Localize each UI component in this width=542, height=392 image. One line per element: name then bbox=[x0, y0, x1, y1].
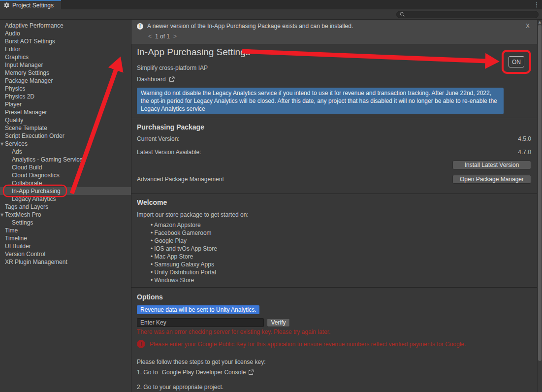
sidebar-item[interactable]: ▼ Quality bbox=[0, 116, 131, 124]
sidebar-item-label: Graphics bbox=[5, 54, 29, 61]
sidebar-item[interactable]: ▼ Legacy Analytics bbox=[0, 195, 131, 203]
vertical-scrollbar[interactable]: ▲ bbox=[537, 20, 542, 392]
latest-version-row: Latest Version Available: 4.7.0 bbox=[137, 149, 531, 156]
tab-title: Project Settings bbox=[12, 2, 54, 9]
legacy-analytics-warning: Warning do not disable the Legacy Analyt… bbox=[137, 88, 504, 114]
iap-settings-header-section: In-App Purchasing Settings Simplify cros… bbox=[131, 44, 537, 118]
sidebar-item[interactable]: ▼ UI Builder bbox=[0, 242, 131, 250]
error-circle-icon: ! bbox=[137, 340, 145, 348]
sidebar-item[interactable]: ▼ Graphics bbox=[0, 53, 131, 61]
open-package-manager-button[interactable]: Open Package Manager bbox=[452, 175, 531, 184]
sidebar-item[interactable]: ▼ Adaptive Performance bbox=[0, 22, 131, 30]
sidebar-item-label: Cloud Build bbox=[12, 164, 42, 171]
sidebar-item[interactable]: ▼ TextMesh Pro bbox=[0, 211, 131, 219]
search-input[interactable] bbox=[407, 11, 535, 17]
sidebar-item[interactable]: ▼ Preset Manager bbox=[0, 108, 131, 116]
sidebar-item-label: Ads bbox=[12, 148, 22, 155]
settings-toolbar bbox=[0, 9, 542, 20]
sidebar-item[interactable]: ▼ Scene Template bbox=[0, 124, 131, 132]
sidebar-item-label: Version Control bbox=[5, 251, 45, 258]
banner-pager: < 1 of 1 > bbox=[148, 33, 532, 40]
sidebar-item[interactable]: ▼ Tags and Layers bbox=[0, 203, 131, 211]
sidebar-item-label: XR Plugin Management bbox=[5, 259, 67, 265]
banner-message: A newer version of the In-App Purchasing… bbox=[147, 23, 519, 30]
sidebar-item-label: Cloud Diagnostics bbox=[12, 172, 60, 179]
sidebar-item[interactable]: ▼ Physics 2D bbox=[0, 93, 131, 100]
page-subtitle: Simplify cross-platform IAP bbox=[137, 65, 531, 71]
pager-next-button[interactable]: > bbox=[173, 33, 177, 40]
sidebar-item[interactable]: ▼ Settings bbox=[0, 219, 131, 227]
sidebar-item[interactable]: ▼ In-App Purchasing bbox=[0, 187, 131, 195]
store-list-item: Facebook Gameroom bbox=[137, 229, 531, 237]
sidebar-item-label: Services bbox=[5, 140, 28, 147]
sidebar-item[interactable]: ▼ Editor bbox=[0, 45, 131, 53]
sidebar-item[interactable]: ▼ Timeline bbox=[0, 234, 131, 242]
dashboard-link-label: Dashboard bbox=[137, 76, 166, 83]
google-play-console-link[interactable]: Google Play Developer Console bbox=[162, 369, 246, 376]
sidebar-item-label: Scene Template bbox=[5, 125, 47, 131]
sidebar-item[interactable]: ▼ Package Manager bbox=[0, 77, 131, 85]
sidebar-item[interactable]: ▼ Input Manager bbox=[0, 61, 131, 69]
search-field[interactable] bbox=[396, 11, 539, 18]
chevron-expanded-icon[interactable]: ▼ bbox=[0, 211, 3, 219]
iap-toggle-on-button[interactable]: ON bbox=[509, 56, 524, 67]
pager-prev-button[interactable]: < bbox=[148, 33, 152, 40]
sidebar-item[interactable]: ▼ Audio bbox=[0, 30, 131, 37]
window-tab-bar: Project Settings ⋮ bbox=[0, 0, 542, 9]
store-list-item: Amazon Appstore bbox=[137, 221, 531, 229]
welcome-section: Welcome Import our store package to get … bbox=[131, 194, 537, 288]
section-title-purchasing-package: Purchasing Package bbox=[137, 123, 531, 131]
sidebar-item-label: Package Manager bbox=[5, 77, 53, 84]
dashboard-link[interactable]: Dashboard bbox=[137, 76, 175, 83]
settings-content-panel: ! A newer version of the In-App Purchasi… bbox=[131, 20, 537, 392]
sidebar-item-label: Quality bbox=[5, 117, 23, 124]
sidebar-item-label: Timeline bbox=[5, 235, 27, 242]
kebab-menu-icon[interactable]: ⋮ bbox=[531, 0, 542, 9]
external-link-icon bbox=[248, 369, 254, 375]
google-key-warning-text: Please enter your Google Public Key for … bbox=[150, 341, 466, 348]
sidebar-item[interactable]: ▼ Ads bbox=[0, 148, 131, 156]
scrollbar-up-arrow-icon[interactable]: ▲ bbox=[538, 20, 542, 25]
banner-close-button[interactable]: X bbox=[523, 23, 532, 30]
license-step-2: 2. Go to your appropriate project. bbox=[137, 384, 531, 391]
sidebar-item[interactable]: ▼ Burst AOT Settings bbox=[0, 37, 131, 45]
page-title: In-App Purchasing Settings bbox=[137, 47, 531, 58]
sidebar-item[interactable]: ▼ Time bbox=[0, 227, 131, 234]
sidebar-item[interactable]: ▼ Cloud Diagnostics bbox=[0, 171, 131, 179]
sidebar-item-label: Legacy Analytics bbox=[12, 196, 56, 202]
verify-button[interactable]: Verify bbox=[267, 318, 290, 327]
sidebar-item-label: Editor bbox=[5, 46, 20, 53]
google-key-input[interactable] bbox=[137, 318, 264, 327]
sidebar-item[interactable]: ▼ Version Control bbox=[0, 250, 131, 258]
sidebar-item-label: Adaptive Performance bbox=[5, 22, 64, 29]
chevron-expanded-icon[interactable]: ▼ bbox=[0, 140, 3, 148]
sidebar-item[interactable]: ▼ Physics bbox=[0, 85, 131, 93]
sidebar-item[interactable]: ▼ Services bbox=[0, 140, 131, 148]
search-icon bbox=[400, 12, 405, 17]
sidebar-item[interactable]: ▼ Collaborate bbox=[0, 179, 131, 187]
advanced-package-management-label: Advanced Package Management bbox=[137, 176, 224, 183]
current-version-row: Current Version: 4.5.0 bbox=[137, 135, 531, 142]
sidebar-item[interactable]: ▼ Memory Settings bbox=[0, 69, 131, 77]
section-title-options: Options bbox=[137, 293, 531, 301]
store-list-item: Unity Distribution Portal bbox=[137, 268, 531, 276]
sidebar-item[interactable]: ▼ Script Execution Order bbox=[0, 132, 131, 140]
sidebar-item[interactable]: ▼ Analytics - Gaming Services bbox=[0, 156, 131, 163]
gear-icon bbox=[3, 2, 10, 8]
install-latest-version-button[interactable]: Install Latest Version bbox=[452, 161, 531, 169]
store-list-item: Samsung Galaxy Apps bbox=[137, 261, 531, 268]
sidebar-item-label: Time bbox=[5, 227, 18, 234]
sidebar-item[interactable]: ▼ Cloud Build bbox=[0, 163, 131, 171]
settings-category-sidebar: ▼ Adaptive Performance ▼ Audio ▼ Burst A… bbox=[0, 20, 131, 392]
sidebar-item-label: TextMesh Pro bbox=[5, 211, 41, 218]
info-bubble-icon: ! bbox=[137, 23, 143, 30]
advanced-package-management-row: Advanced Package Management Open Package… bbox=[137, 175, 531, 184]
store-list-item: Mac App Store bbox=[137, 253, 531, 261]
store-list-item: Windows Store bbox=[137, 276, 531, 284]
tab-project-settings[interactable]: Project Settings bbox=[0, 0, 61, 9]
scrollbar-thumb[interactable] bbox=[538, 25, 542, 361]
sidebar-item[interactable]: ▼ Player bbox=[0, 100, 131, 108]
current-version-label: Current Version: bbox=[137, 135, 180, 142]
external-link-icon bbox=[169, 76, 175, 82]
sidebar-item[interactable]: ▼ XR Plugin Management bbox=[0, 258, 131, 266]
